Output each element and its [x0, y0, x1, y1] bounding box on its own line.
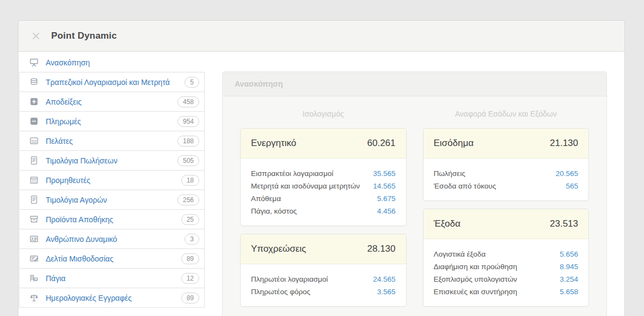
overview-panel-header: Ανασκόπηση — [223, 72, 606, 96]
invoice-icon — [28, 195, 39, 204]
sidebar-item-purchase-invoices[interactable]: Τιμολόγια Αγορών 256 — [19, 190, 205, 210]
sidebar-item-label: Προμηθευτές — [46, 176, 90, 185]
row-value-link[interactable]: 20.565 — [556, 169, 578, 178]
card-total: 21.130 — [550, 138, 578, 149]
row-value-link[interactable]: 3.565 — [377, 288, 396, 296]
card-total: 28.130 — [367, 244, 396, 254]
overview-panel: Ανασκόπηση Ισολογισμός Ενεργητικό 60.261… — [222, 71, 607, 316]
card-total: 23.513 — [550, 218, 578, 229]
card-title: Ενεργητικό — [251, 138, 296, 149]
sidebar-item-journal-entries[interactable]: Ημερολογιακές Εγγραφές 89 — [19, 288, 205, 308]
card-row: Απόθεμα 5.675 — [251, 192, 396, 205]
sidebar-item-label: Πελάτες — [46, 137, 73, 145]
users-icon — [28, 136, 39, 145]
count-badge: 954 — [177, 116, 199, 127]
count-badge: 3 — [185, 234, 199, 245]
count-badge: 18 — [181, 175, 199, 186]
presentation-icon — [28, 58, 39, 67]
invoice-icon — [28, 156, 39, 165]
row-label: Επισκευές και συντήρηση — [434, 288, 518, 296]
sidebar-item-label: Δελτία Μισθοδοσίας — [46, 254, 113, 263]
row-label: Έσοδα από τόκους — [434, 182, 496, 190]
card-row: Μετρητά και ισοδύναμα μετρητών 14.565 — [251, 180, 396, 192]
income-statement-column: Αναφορά Εσόδων και Εξόδων Εισόδημα 21.13… — [423, 96, 590, 314]
count-badge: 89 — [181, 253, 199, 264]
row-label: Πάγια, κόστος — [251, 207, 297, 215]
sidebar: Ανασκόπηση Τραπεζικοί Λογαριασμοί και Με… — [19, 52, 205, 308]
building-truck-icon — [28, 274, 39, 283]
card-row: Εισπρακτέοι λογαριασμοί 35.565 — [251, 167, 396, 180]
card-row: Έσοδα από τόκους 565 — [434, 180, 579, 192]
row-value-link[interactable]: 3.254 — [560, 275, 578, 283]
count-badge: 188 — [177, 136, 199, 147]
row-label: Μετρητά και ισοδύναμα μετρητών — [251, 182, 360, 190]
sidebar-item-label: Ανασκόπηση — [46, 58, 90, 67]
count-badge: 5 — [185, 77, 199, 88]
sidebar-item-inventory-products[interactable]: Προϊόντα Αποθήκης 25 — [19, 209, 205, 229]
sidebar-item-label: Τιμολόγια Αγορών — [46, 196, 107, 204]
row-label: Εξοπλισμός υπολογιστών — [434, 275, 517, 283]
card-header: Έξοδα 23.513 — [424, 209, 589, 239]
dialog-header: Point Dynamic — [19, 21, 624, 52]
archive-box-icon — [28, 215, 39, 224]
row-label: Απόθεμα — [251, 195, 281, 203]
sidebar-item-customers[interactable]: Πελάτες 188 — [19, 131, 205, 151]
sidebar-item-suppliers[interactable]: Προμηθευτές 18 — [19, 170, 205, 190]
card-title: Εισόδημα — [434, 138, 474, 149]
assets-card: Ενεργητικό 60.261 Εισπρακτέοι λογαριασμο… — [240, 128, 407, 226]
balance-sheet-column: Ισολογισμός Ενεργητικό 60.261 Εισπρακτέο… — [240, 96, 407, 314]
card-header: Εισόδημα 21.130 — [424, 129, 589, 159]
row-value-link[interactable]: 5.656 — [560, 250, 578, 258]
card-row: Λογιστικά έξοδα 5.656 — [434, 248, 579, 260]
column-title: Ισολογισμός — [240, 110, 407, 118]
sidebar-item-label: Αποδείξεις — [46, 98, 82, 106]
row-value-link[interactable]: 4.456 — [377, 207, 396, 215]
card-total: 60.261 — [367, 138, 396, 149]
expenses-card: Έξοδα 23.513 Λογιστικά έξοδα 5.656 Διαφή… — [423, 209, 590, 307]
card-title: Έξοδα — [434, 218, 461, 229]
sidebar-item-label: Τραπεζικοί Λογαριασμοί και Μετρητά — [46, 78, 170, 87]
sidebar-item-fixed-assets[interactable]: Πάγια 12 — [19, 268, 205, 288]
row-value-link[interactable]: 5.658 — [560, 288, 578, 296]
row-value-link[interactable]: 24.565 — [373, 275, 395, 283]
point-dynamic-dialog: Point Dynamic Ανασκόπηση Τραπεζικοί Λογα… — [18, 20, 625, 316]
count-badge: 25 — [181, 214, 199, 225]
sidebar-item-label: Προϊόντα Αποθήκης — [46, 215, 113, 224]
card-row: Διαφήμιση και προώθηση 8.945 — [434, 260, 579, 273]
card-row: Πληρωτέοι λογαριασμοί 24.565 — [251, 273, 396, 285]
liabilities-card: Υποχρεώσεις 28.130 Πληρωτέοι λογαριασμοί… — [240, 234, 407, 307]
row-value-link[interactable]: 5.675 — [377, 195, 396, 203]
minus-square-icon — [28, 117, 39, 126]
sidebar-item-label: Πληρωμές — [46, 117, 81, 126]
sidebar-item-human-resources[interactable]: Ανθρώπινο Δυναμικό 3 — [19, 229, 205, 249]
sidebar-item-payments[interactable]: Πληρωμές 954 — [19, 111, 205, 131]
sidebar-item-payslips[interactable]: Δελτία Μισθοδοσίας 89 — [19, 248, 205, 269]
row-label: Πληρωτέοι λογαριασμοί — [251, 275, 328, 283]
row-label: Πωλήσεις — [434, 169, 465, 178]
count-badge: 89 — [181, 293, 199, 303]
sidebar-item-label: Ημερολογιακές Εγγραφές — [46, 294, 132, 302]
scales-icon — [28, 293, 39, 302]
plus-square-icon — [28, 97, 39, 106]
id-card-icon — [28, 234, 39, 244]
card-row: Πάγια, κόστος 4.456 — [251, 205, 396, 217]
card-row: Επισκευές και συντήρηση 5.658 — [434, 285, 579, 298]
row-label: Πληρωτέος φόρος — [251, 288, 310, 296]
sidebar-item-bank-accounts[interactable]: Τραπεζικοί Λογαριασμοί και Μετρητά 5 — [19, 72, 205, 92]
row-value-link[interactable]: 14.565 — [373, 182, 395, 190]
sidebar-item-receipts[interactable]: Αποδείξεις 458 — [19, 92, 205, 112]
count-badge: 256 — [177, 195, 199, 205]
sidebar-item-sales-invoices[interactable]: Τιμολόγια Πωλήσεων 505 — [19, 150, 205, 171]
card-row: Πωλήσεις 20.565 — [434, 167, 579, 180]
row-value-link[interactable]: 565 — [566, 182, 578, 190]
row-value-link[interactable]: 35.565 — [373, 169, 395, 178]
row-value-link[interactable]: 8.945 — [560, 263, 578, 271]
sidebar-item-overview[interactable]: Ανασκόπηση — [19, 52, 205, 72]
close-icon[interactable] — [31, 31, 41, 41]
card-header: Υποχρεώσεις 28.130 — [241, 234, 406, 264]
row-label: Λογιστικά έξοδα — [434, 250, 486, 258]
column-title: Αναφορά Εσόδων και Εξόδων — [423, 110, 590, 118]
overview-panel-title: Ανασκόπηση — [235, 80, 283, 88]
sidebar-item-label: Πάγια — [46, 274, 65, 283]
dialog-title: Point Dynamic — [51, 31, 117, 41]
